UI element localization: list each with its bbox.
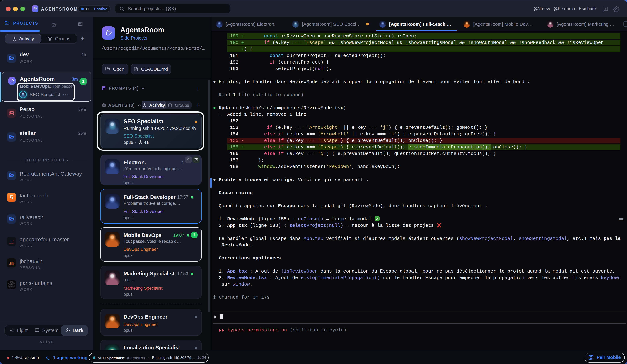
svg-text:JB: JB [9, 261, 14, 266]
svg-text:Martinique: Martinique [9, 243, 14, 244]
